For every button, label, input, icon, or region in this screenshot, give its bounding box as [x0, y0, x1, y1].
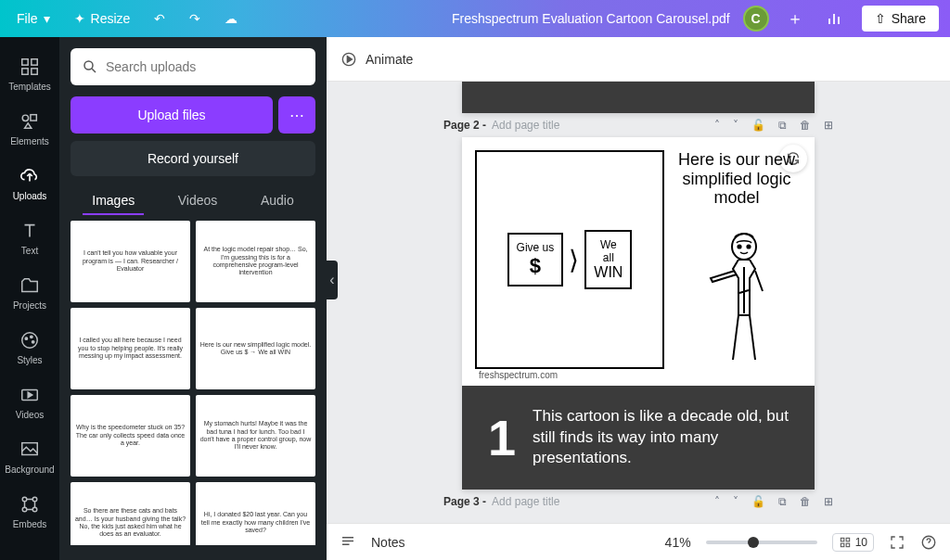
- tab-audio[interactable]: Audio: [251, 187, 303, 215]
- rail-text[interactable]: Text: [0, 210, 59, 265]
- duplicate-page-button[interactable]: ⧉: [778, 119, 787, 132]
- upload-thumb[interactable]: My stomach hurts! Maybe it was the bad t…: [196, 395, 315, 477]
- redo-button[interactable]: ↷: [184, 7, 206, 30]
- video-icon: [19, 384, 41, 406]
- animate-toolbar: Animate: [327, 37, 950, 82]
- zoom-slider[interactable]: [706, 541, 817, 544]
- cloud-sync-button[interactable]: ☁: [219, 7, 243, 30]
- rail-uploads[interactable]: Uploads: [0, 156, 59, 210]
- file-menu[interactable]: File ▾: [11, 7, 56, 30]
- zoom-handle[interactable]: [748, 537, 759, 548]
- rail-videos[interactable]: Videos: [0, 375, 59, 429]
- elements-icon: [19, 110, 41, 133]
- upload-thumb[interactable]: Here is our new simplified logic model. …: [196, 308, 315, 389]
- move-page-up-button[interactable]: ˄: [714, 119, 720, 132]
- uploads-grid: I can't tell you how valuable your progr…: [71, 221, 315, 545]
- duplicate-page-button[interactable]: ⧉: [778, 495, 787, 508]
- rail-templates[interactable]: Templates: [0, 46, 59, 101]
- page-3-header: Page 3 - Add page title ˄ ˅ 🔓 ⧉ 🗑 ⊞: [443, 490, 833, 514]
- collapse-panel-handle[interactable]: ‹: [327, 261, 338, 299]
- insights-button[interactable]: [821, 6, 849, 31]
- upload-thumb[interactable]: I called you all here because I need you…: [71, 308, 190, 389]
- document-title[interactable]: Freshspectrum Evaluation Cartoon Carouse…: [452, 11, 730, 26]
- add-page-title[interactable]: Add page title: [492, 119, 559, 132]
- page-2[interactable]: Give us$ ⟩ WeallWIN Here is our new simp…: [462, 137, 815, 490]
- undo-button[interactable]: ↶: [148, 7, 171, 30]
- rail-background[interactable]: Background: [0, 429, 59, 484]
- animate-button[interactable]: Animate: [366, 52, 413, 67]
- rail-label: Styles: [17, 355, 42, 365]
- upload-thumb[interactable]: So there are these cats and bats and… Is…: [71, 482, 190, 545]
- rail-projects[interactable]: Projects: [0, 265, 59, 320]
- svg-point-4: [22, 115, 28, 121]
- chevron-down-icon: ▾: [44, 11, 50, 26]
- svg-point-16: [84, 61, 93, 70]
- share-label: Share: [892, 11, 926, 26]
- lock-page-button[interactable]: 🔓: [751, 495, 765, 508]
- upload-thumb[interactable]: Why is the speedometer stuck on 35? The …: [71, 395, 190, 477]
- svg-point-6: [22, 333, 38, 349]
- palette-icon: [19, 329, 41, 351]
- rail-label: Videos: [16, 410, 44, 420]
- caption-block: 1 This cartoon is like a decade old, but…: [462, 386, 815, 490]
- upload-files-button[interactable]: Upload files: [71, 96, 273, 134]
- search-uploads[interactable]: [71, 48, 315, 85]
- move-page-down-button[interactable]: ˅: [733, 119, 738, 132]
- move-page-down-button[interactable]: ˅: [733, 495, 738, 508]
- rail-embeds[interactable]: Embeds: [0, 484, 59, 539]
- share-button[interactable]: ⇧Share: [862, 6, 939, 32]
- rail-styles[interactable]: Styles: [0, 320, 59, 375]
- upload-thumb[interactable]: At the logic model repair shop… So, I'm …: [196, 221, 315, 302]
- text-icon: [19, 220, 41, 242]
- rail-elements[interactable]: Elements: [0, 101, 59, 156]
- move-page-up-button[interactable]: ˄: [714, 495, 720, 508]
- fullscreen-button[interactable]: [889, 534, 905, 551]
- rail-label: Templates: [8, 82, 51, 92]
- rail-label: Uploads: [13, 191, 47, 201]
- tab-images[interactable]: Images: [83, 187, 144, 215]
- svg-point-15: [32, 507, 37, 512]
- search-input[interactable]: [106, 59, 304, 74]
- help-button[interactable]: [920, 534, 937, 551]
- search-icon: [82, 58, 98, 75]
- add-page-button[interactable]: ⊞: [824, 495, 833, 508]
- upload-thumb[interactable]: Hi, I donated $20 last year. Can you tel…: [196, 482, 315, 545]
- add-collaborator-button[interactable]: ＋: [782, 6, 808, 32]
- bottom-bar: Notes 41% 10: [327, 523, 950, 560]
- canvas-scroll[interactable]: Page 2 - Add page title ˄ ˅ 🔓 ⧉ 🗑 ⊞ Give…: [327, 82, 950, 523]
- svg-point-14: [22, 507, 27, 512]
- svg-point-18: [732, 234, 756, 260]
- page-count[interactable]: 10: [832, 533, 874, 552]
- svg-rect-3: [32, 69, 37, 74]
- delete-page-button[interactable]: 🗑: [800, 119, 811, 132]
- caption-number: 1: [488, 409, 516, 466]
- rail-label: Elements: [10, 136, 49, 146]
- add-page-title[interactable]: Add page title: [492, 495, 559, 508]
- page-1-crop[interactable]: [462, 82, 815, 113]
- notes-icon: [340, 534, 356, 551]
- resize-button[interactable]: ✦ Resize: [69, 7, 136, 30]
- avatar[interactable]: C: [743, 6, 769, 32]
- delete-page-button[interactable]: 🗑: [800, 495, 811, 508]
- svg-point-9: [32, 341, 33, 343]
- zoom-percent[interactable]: 41%: [665, 535, 691, 550]
- svg-point-12: [22, 497, 27, 502]
- page-2-header: Page 2 - Add page title ˄ ˅ 🔓 ⧉ 🗑 ⊞: [443, 113, 833, 137]
- lock-page-button[interactable]: 🔓: [751, 119, 765, 132]
- tab-videos[interactable]: Videos: [169, 187, 227, 215]
- uploads-panel: Upload files ⋯ Record yourself Images Vi…: [59, 37, 327, 560]
- canvas-area: Animate Page 2 - Add page title ˄ ˅ 🔓 ⧉ …: [327, 37, 950, 523]
- left-rail: Templates Elements Uploads Text Projects…: [0, 37, 59, 560]
- add-page-button[interactable]: ⊞: [824, 119, 833, 132]
- upload-thumb[interactable]: I can't tell you how valuable your progr…: [71, 221, 190, 302]
- svg-rect-21: [841, 538, 844, 541]
- credit-text: freshspectrum.com: [479, 370, 558, 380]
- chart-icon: [827, 10, 843, 27]
- svg-rect-2: [22, 69, 28, 74]
- record-yourself-button[interactable]: Record yourself: [71, 141, 315, 176]
- notes-button[interactable]: Notes: [371, 535, 405, 550]
- page-label: Page 2 -: [443, 119, 486, 132]
- svg-point-19: [738, 245, 740, 248]
- upload-options-button[interactable]: ⋯: [278, 96, 315, 134]
- stick-figure: [709, 230, 783, 369]
